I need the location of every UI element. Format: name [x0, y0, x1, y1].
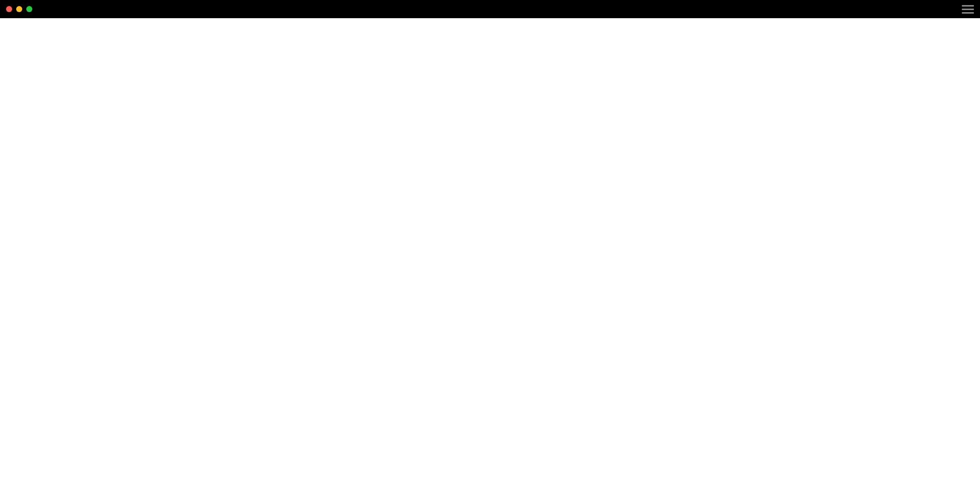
minimize-icon[interactable] — [16, 6, 22, 12]
titlebar — [0, 0, 980, 18]
window-controls — [6, 6, 32, 12]
maximize-icon[interactable] — [26, 6, 32, 12]
close-icon[interactable] — [6, 6, 12, 12]
menu-icon[interactable] — [962, 5, 974, 14]
